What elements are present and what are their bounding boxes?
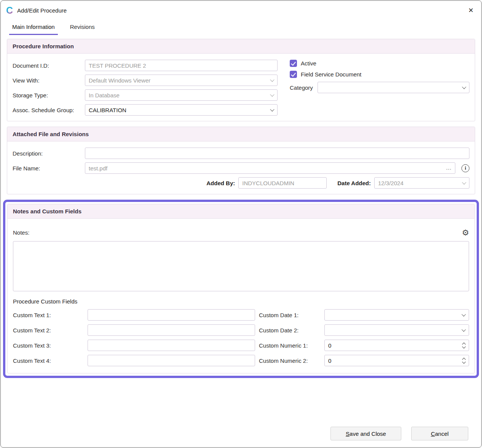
document-id-input[interactable] — [85, 60, 278, 71]
tab-bar: Main Information Revisions — [1, 20, 481, 35]
notes-custom-fields-section: Notes and Custom Fields Notes: ⚙ Procedu… — [7, 204, 475, 373]
attached-file-section: Attached File and Revisions Description:… — [7, 127, 475, 194]
spinner-icon[interactable] — [463, 343, 465, 348]
custom-text-1-input[interactable] — [88, 309, 255, 321]
custom-numeric-2-stepper[interactable]: 0 — [324, 355, 469, 366]
custom-numeric-1-stepper[interactable]: 0 — [324, 340, 469, 351]
chevron-down-icon — [270, 92, 274, 97]
view-with-label: View With: — [13, 77, 85, 84]
procedure-information-header: Procedure Information — [7, 39, 475, 54]
notes-custom-fields-header: Notes and Custom Fields — [8, 204, 474, 219]
custom-text-2-input[interactable] — [88, 324, 255, 336]
added-by-input[interactable] — [238, 177, 327, 189]
add-edit-procedure-dialog: C Add/Edit Procedure ✕ Main Information … — [0, 0, 482, 448]
footer-button-bar: Save and Close Cancel — [330, 427, 468, 440]
custom-date-2-label: Custom Date 2: — [259, 327, 321, 334]
category-dropdown[interactable] — [318, 82, 469, 93]
field-service-document-label: Field Service Document — [301, 71, 361, 78]
assoc-schedule-group-label: Assoc. Schedule Group: — [13, 107, 85, 113]
chevron-down-icon — [270, 78, 274, 82]
active-checkbox[interactable] — [290, 60, 297, 67]
added-by-label: Added By: — [206, 180, 235, 186]
browse-file-button[interactable]: … — [446, 164, 452, 171]
date-added-value: 12/3/2024 — [378, 180, 404, 186]
storage-type-label: Storage Type: — [13, 92, 85, 98]
info-icon[interactable]: i — [461, 164, 469, 172]
storage-type-dropdown[interactable]: In Database — [85, 89, 278, 101]
custom-date-1-dropdown[interactable] — [324, 309, 469, 321]
field-service-document-checkbox[interactable] — [290, 71, 297, 78]
custom-text-4-input[interactable] — [88, 355, 255, 366]
date-added-label: Date Added: — [337, 180, 371, 186]
procedure-custom-fields-title: Procedure Custom Fields — [13, 298, 469, 305]
date-added-dropdown[interactable]: 12/3/2024 — [374, 177, 469, 189]
view-with-dropdown[interactable]: Default Windows Viewer — [85, 75, 278, 86]
spinner-icon[interactable] — [463, 358, 465, 363]
notes-section-highlight-border: Notes and Custom Fields Notes: ⚙ Procedu… — [3, 200, 479, 378]
custom-text-1-label: Custom Text 1: — [13, 312, 84, 318]
custom-numeric-2-label: Custom Numeric 2: — [259, 357, 321, 364]
dialog-content: Procedure Information Document I.D: View… — [1, 35, 481, 378]
custom-text-3-label: Custom Text 3: — [13, 342, 84, 349]
custom-date-2-dropdown[interactable] — [324, 324, 469, 336]
description-input[interactable] — [85, 148, 469, 159]
close-icon[interactable]: ✕ — [468, 6, 474, 14]
chevron-down-icon — [462, 85, 466, 89]
notes-textarea[interactable] — [13, 241, 469, 291]
custom-fields-grid: Custom Text 1: Custom Date 1: Custom Tex… — [13, 309, 469, 368]
title-bar: C Add/Edit Procedure ✕ — [1, 1, 481, 20]
document-id-label: Document I.D: — [13, 62, 85, 69]
chevron-down-icon — [270, 107, 274, 111]
custom-numeric-1-label: Custom Numeric 1: — [259, 342, 321, 349]
save-and-close-button[interactable]: Save and Close — [330, 427, 401, 440]
custom-numeric-2-value: 0 — [328, 357, 331, 364]
assoc-schedule-group-dropdown[interactable]: CALIBRATION — [85, 104, 278, 116]
custom-text-2-label: Custom Text 2: — [13, 327, 84, 334]
view-with-value: Default Windows Viewer — [89, 77, 150, 84]
notes-label: Notes: — [13, 229, 29, 236]
custom-text-3-input[interactable] — [88, 340, 255, 351]
attached-file-header: Attached File and Revisions — [7, 127, 475, 141]
description-label: Description: — [13, 150, 85, 157]
procedure-information-section: Procedure Information Document I.D: View… — [7, 39, 475, 121]
custom-numeric-1-value: 0 — [328, 342, 331, 349]
cancel-button[interactable]: Cancel — [411, 427, 468, 440]
window-title: Add/Edit Procedure — [17, 7, 67, 14]
app-logo-icon: C — [6, 6, 13, 15]
gear-icon[interactable]: ⚙ — [462, 229, 469, 237]
tab-revisions[interactable]: Revisions — [69, 21, 96, 35]
custom-text-4-label: Custom Text 4: — [13, 357, 84, 364]
storage-type-value: In Database — [89, 92, 120, 98]
active-checkbox-label: Active — [301, 60, 316, 67]
category-label: Category — [290, 84, 313, 91]
chevron-down-icon — [462, 180, 466, 184]
file-name-label: File Name: — [13, 165, 85, 172]
cancel-label: Cancel — [431, 431, 449, 437]
save-and-close-label: Save and Close — [346, 431, 386, 437]
file-name-input[interactable] — [85, 162, 455, 174]
chevron-down-icon — [461, 312, 466, 316]
assoc-schedule-group-value: CALIBRATION — [89, 107, 126, 113]
chevron-down-icon — [461, 327, 466, 332]
tab-main-information[interactable]: Main Information — [9, 21, 58, 35]
custom-date-1-label: Custom Date 1: — [259, 312, 321, 318]
